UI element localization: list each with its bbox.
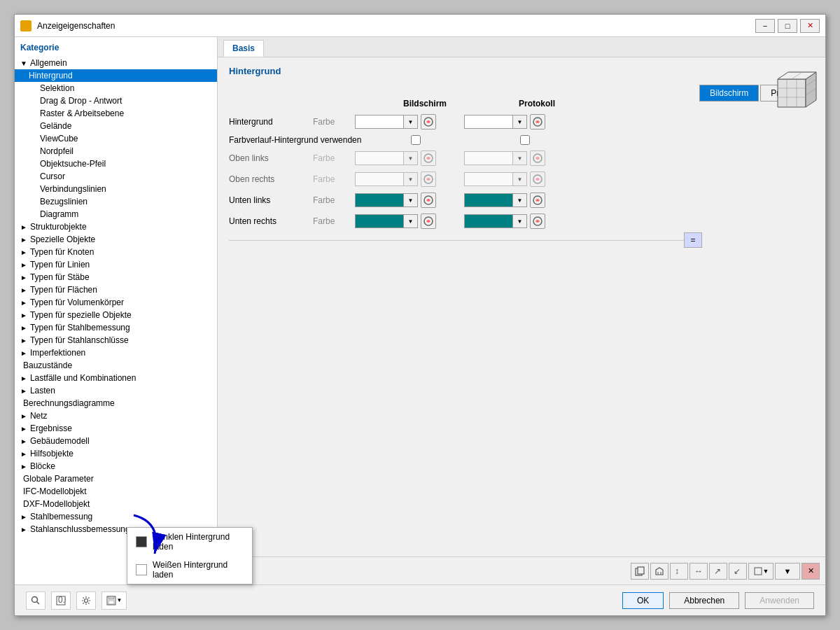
color-picker-screen-oben-rechts[interactable] [421, 172, 436, 187]
right-toolbar-btn-4[interactable]: ↔ [690, 563, 708, 580]
sidebar-item-viewcube[interactable]: ViewCube [15, 132, 217, 145]
sidebar-item-typen-linien[interactable]: ►Typen für Linien [15, 258, 217, 271]
color-picker-screen-unten-links[interactable] [421, 192, 436, 208]
color-dropdown-screen-unten-links[interactable]: ▼ [404, 193, 418, 207]
title-bar: Anzeigeigenschaften − □ ✕ [15, 15, 825, 37]
sidebar-item-objektsuche[interactable]: Objektsuche-Pfeil [15, 158, 217, 170]
sidebar-item-typen-spezielle[interactable]: ►Typen für spezielle Objekte [15, 309, 217, 321]
close-button[interactable]: ✕ [800, 19, 820, 33]
color-swatch-protocol-oben-links[interactable] [464, 151, 513, 165]
color-dropdown-screen-oben-links[interactable]: ▼ [404, 151, 418, 165]
toolbar-save-dropdown-btn[interactable]: ▼ [102, 592, 127, 610]
sidebar-item-dxf[interactable]: DXF-Modellobjekt [15, 498, 217, 510]
right-toolbar-btn-7[interactable]: ▼ [748, 563, 774, 580]
color-dropdown-protocol-oben-rechts[interactable]: ▼ [513, 172, 527, 186]
sidebar-item-cursor[interactable]: Cursor [15, 170, 217, 183]
color-swatch-screen-oben-links[interactable] [355, 151, 404, 165]
ok-button[interactable]: OK [622, 592, 664, 609]
sidebar-item-verbindungslinien[interactable]: Verbindungslinien [15, 183, 217, 195]
color-picker-protocol-unten-rechts[interactable] [530, 214, 545, 229]
sidebar-item-allgemein[interactable]: ▼ Allgemein [15, 57, 217, 69]
menu-item-white-background[interactable]: Weißen Hintergrund laden [127, 556, 252, 584]
sidebar-item-raster[interactable]: Raster & Arbeitsebene [15, 107, 217, 120]
apply-button[interactable]: Anwenden [745, 592, 814, 609]
sidebar-item-typen-flachen[interactable]: ►Typen für Flächen [15, 284, 217, 296]
color-picker-protocol-unten-links[interactable] [530, 192, 545, 208]
sidebar-item-strukturobjekte[interactable]: ►Strukturobjekte [15, 220, 217, 233]
sidebar-item-typen-stahlbemessung[interactable]: ►Typen für Stahlbemessung [15, 321, 217, 334]
sidebar-item-diagramm[interactable]: Diagramm [15, 208, 217, 220]
svg-text:0.0: 0.0 [58, 596, 66, 605]
sidebar-item-typen-volumen[interactable]: ►Typen für Volumenkörper [15, 296, 217, 309]
right-toolbar-btn-close[interactable]: ✕ [802, 563, 820, 580]
color-swatch-screen-unten-rechts[interactable] [355, 214, 404, 228]
color-dropdown-protocol-unten-links[interactable]: ▼ [513, 193, 527, 207]
sidebar-item-drag-drop[interactable]: Drag & Drop - Antwort [15, 94, 217, 107]
right-toolbar-btn-2[interactable] [650, 563, 668, 580]
color-group-screen-hintergrund: ▼ [355, 114, 453, 130]
color-picker-screen-unten-rechts[interactable] [421, 214, 436, 229]
sidebar-item-bezugslinien[interactable]: Bezugslinien [15, 195, 217, 208]
color-swatch-protocol-unten-rechts[interactable] [464, 214, 513, 228]
color-picker-protocol-oben-links[interactable] [530, 150, 545, 166]
checkbox-protocol-farbverlauf[interactable] [520, 135, 530, 145]
sidebar-item-imperfektionen[interactable]: ►Imperfektionen [15, 346, 217, 359]
sidebar-item-typen-stabe[interactable]: ►Typen für Stäbe [15, 271, 217, 284]
maximize-button[interactable]: □ [778, 19, 797, 33]
sidebar-item-typen-knoten[interactable]: ►Typen für Knoten [15, 246, 217, 258]
color-dropdown-protocol-hintergrund[interactable]: ▼ [513, 115, 527, 129]
menu-item-dark-background[interactable]: Dunklen Hintergrund laden [127, 528, 252, 556]
subtab-bildschirm[interactable]: Bildschirm [699, 85, 713, 102]
color-picker-protocol-oben-rechts[interactable] [530, 172, 545, 187]
color-dropdown-screen-oben-rechts[interactable]: ▼ [404, 172, 418, 186]
sidebar-item-netz[interactable]: ►Netz [15, 410, 217, 422]
sidebar-item-spezielle-objekte[interactable]: ►Spezielle Objekte [15, 233, 217, 246]
right-toolbar-btn-3[interactable]: ↕ [670, 563, 688, 580]
right-toolbar-btn-8[interactable]: ▼ [775, 563, 800, 580]
color-swatch-protocol-unten-links[interactable] [464, 193, 513, 207]
toolbar-numeric-btn[interactable]: 0.0 [51, 592, 71, 610]
svg-rect-38 [108, 601, 114, 604]
cancel-button[interactable]: Abbrechen [669, 592, 739, 609]
sidebar-item-berechnungsdiagramme[interactable]: Berechnungsdiagramme [15, 397, 217, 410]
sidebar-item-blocke[interactable]: ►Blöcke [15, 460, 217, 472]
sidebar-item-hintergrund[interactable]: Hintergrund [15, 69, 217, 82]
color-dropdown-screen-unten-rechts[interactable]: ▼ [404, 214, 418, 228]
color-dropdown-protocol-unten-rechts[interactable]: ▼ [513, 214, 527, 228]
sidebar-item-globale-parameter[interactable]: Globale Parameter [15, 472, 217, 485]
right-toolbar-btn-1[interactable] [631, 563, 649, 580]
equal-btn[interactable]: = [684, 232, 702, 248]
color-picker-screen-hintergrund[interactable] [421, 114, 436, 130]
toolbar-settings-btn[interactable] [76, 592, 96, 610]
color-swatch-screen-unten-links[interactable] [355, 193, 404, 207]
color-picker-protocol-hintergrund[interactable] [530, 114, 545, 130]
color-picker-screen-oben-links[interactable] [421, 150, 436, 166]
color-dropdown-protocol-oben-links[interactable]: ▼ [513, 151, 527, 165]
right-toolbar-btn-5[interactable]: ↗ [709, 563, 727, 580]
color-dropdown-screen-hintergrund[interactable]: ▼ [404, 115, 418, 129]
sidebar-item-ergebnisse[interactable]: ►Ergebnisse [15, 422, 217, 435]
tab-basis[interactable]: Basis [223, 40, 264, 57]
sidebar-item-selektion[interactable]: Selektion [15, 82, 217, 94]
right-toolbar-btn-6[interactable]: ↙ [729, 563, 747, 580]
color-swatch-screen-hintergrund[interactable] [355, 115, 404, 129]
sidebar-item-lastfalle[interactable]: ►Lastfälle und Kombinationen [15, 372, 217, 384]
sidebar-item-bauzustande[interactable]: Bauzustände [15, 359, 217, 372]
color-swatch-protocol-hintergrund[interactable] [464, 115, 513, 129]
sidebar-item-hilfsobjekte[interactable]: ►Hilfsobjekte [15, 447, 217, 460]
toolbar-search-btn[interactable] [26, 592, 46, 610]
color-swatch-protocol-oben-rechts[interactable] [464, 172, 513, 186]
sidebar-item-gelande[interactable]: Gelände [15, 120, 217, 132]
sidebar-item-stahlbemessung[interactable]: ►Stahlbemessung [15, 510, 217, 523]
sidebar-item-ifc[interactable]: IFC-Modellobjekt [15, 485, 217, 498]
checkbox-cell-protocol-farbverlauf [520, 135, 618, 145]
label-farbverlauf: Farbverlauf-Hintergrund verwenden [229, 135, 411, 145]
color-swatch-screen-oben-rechts[interactable] [355, 172, 404, 186]
sidebar-item-nordpfeil[interactable]: Nordpfeil [15, 145, 217, 158]
sidebar-item-typen-stahlanschlusse[interactable]: ►Typen für Stahlanschlüsse [15, 334, 217, 346]
dropdown-menu: Dunklen Hintergrund laden Weißen Hinterg… [127, 527, 253, 584]
checkbox-screen-farbverlauf[interactable] [411, 135, 421, 145]
sidebar-item-lasten[interactable]: ►Lasten [15, 384, 217, 397]
sidebar-item-gebaudemodell[interactable]: ►Gebäudemodell [15, 435, 217, 447]
minimize-button[interactable]: − [755, 19, 775, 33]
